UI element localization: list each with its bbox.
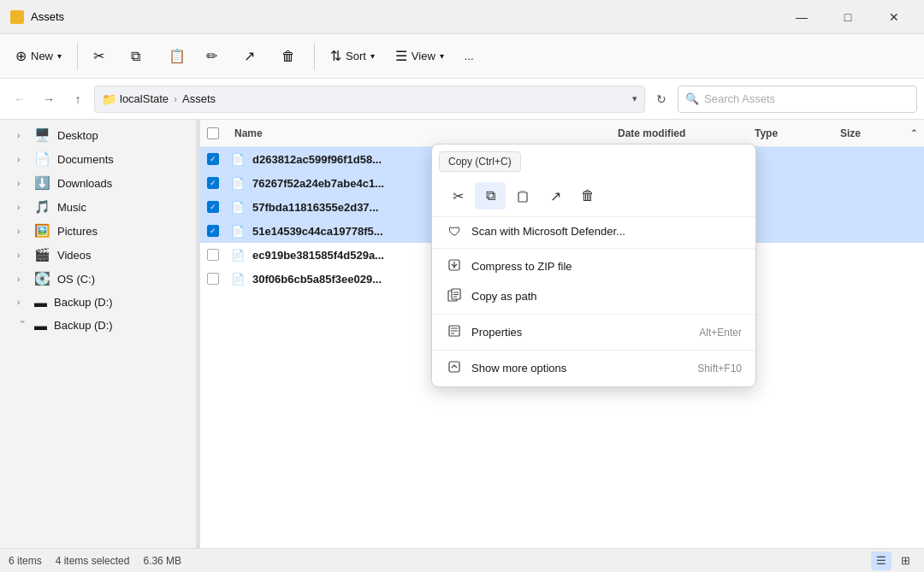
ctx-separator-2 — [432, 314, 755, 315]
ctx-paste-button[interactable] — [507, 182, 538, 209]
downloads-icon: ⬇️ — [34, 175, 50, 191]
sidebar-item-pictures[interactable]: › 🖼️ Pictures — [0, 219, 196, 243]
forward-button[interactable]: → — [36, 86, 62, 112]
sidebar-label-backup-d1: Backup (D:) — [54, 296, 113, 309]
view-button[interactable]: ☰ View ▾ — [387, 43, 453, 69]
sort-dropdown-icon: ▾ — [370, 51, 375, 61]
new-button[interactable]: ⊕ New ▾ — [7, 43, 70, 69]
view-label: View — [412, 50, 435, 62]
share-button[interactable]: ↗ — [235, 43, 270, 69]
sidebar-label-backup-d2: Backup (D:) — [54, 319, 113, 332]
status-bar: 6 items 4 items selected 6.36 MB ☰ ⊞ — [0, 548, 924, 572]
file-checkbox-6[interactable] — [207, 273, 231, 285]
sidebar-label-downloads: Downloads — [57, 177, 112, 190]
paste-button[interactable]: 📋 — [160, 43, 194, 69]
toolbar: ⊕ New ▾ ✂ ⧉ 📋 ✏ ↗ 🗑 ⇅ Sort ▾ ☰ View ▾ ..… — [0, 34, 924, 79]
copy-button[interactable]: ⧉ — [122, 44, 157, 69]
copy-tooltip: Copy (Ctrl+C) — [439, 151, 521, 172]
ctx-item-copy-path[interactable]: Copy as path — [432, 281, 755, 311]
sidebar-item-desktop[interactable]: › 🖥️ Desktop — [0, 123, 196, 147]
view-details-button[interactable]: ☰ — [871, 551, 891, 570]
delete-icon: 🗑 — [281, 49, 295, 64]
header-date-modified[interactable]: Date modified — [618, 127, 755, 139]
sidebar-item-os-c[interactable]: › 💽 OS (C:) — [0, 267, 196, 291]
sidebar-item-backup-d2[interactable]: › ▬ Backup (D:) — [0, 314, 196, 337]
documents-icon: 📄 — [34, 151, 50, 167]
copy-path-icon — [446, 288, 463, 304]
backup-d2-icon: ▬ — [34, 318, 47, 333]
file-checkbox-5[interactable] — [207, 249, 231, 261]
ctx-share-button[interactable]: ↗ — [540, 182, 571, 209]
sidebar: › 🖥️ Desktop › 📄 Documents › ⬇️ Download… — [0, 120, 197, 548]
ctx-cut-button[interactable]: ✂ — [442, 182, 473, 209]
sidebar-item-music[interactable]: › 🎵 Music — [0, 195, 196, 219]
ctx-delete-button[interactable]: 🗑 — [572, 182, 603, 209]
sidebar-item-backup-d1[interactable]: › ▬ Backup (D:) — [0, 291, 196, 314]
window-title: Assets — [31, 10, 64, 23]
sidebar-item-downloads[interactable]: › ⬇️ Downloads — [0, 171, 196, 195]
ctx-properties-label: Properties — [471, 326, 690, 339]
header-type-label: Type — [755, 127, 778, 139]
rename-button[interactable]: ✏ — [198, 43, 232, 69]
search-icon: 🔍 — [685, 92, 699, 105]
ctx-item-properties[interactable]: Properties Alt+Enter — [432, 317, 755, 347]
refresh-button[interactable]: ↻ — [649, 86, 674, 112]
search-box[interactable]: 🔍 Search Assets — [678, 86, 917, 113]
back-button[interactable]: ← — [7, 86, 33, 112]
file-doc-icon: 📄 — [231, 153, 245, 166]
pictures-icon: 🖼️ — [34, 223, 50, 239]
file-area: Name Date modified Type Size ⌃ ✓ 📄 d2638… — [200, 120, 924, 548]
delete-button[interactable]: 🗑 — [273, 44, 307, 69]
videos-icon: 🎬 — [34, 247, 50, 262]
size-collapse-icon: ⌃ — [910, 128, 917, 138]
path-separator: › — [174, 93, 177, 105]
chevron-right-icon: › — [17, 203, 27, 212]
sidebar-label-os-c: OS (C:) — [57, 273, 95, 286]
file-doc-icon: 📄 — [231, 177, 245, 190]
address-path[interactable]: 📁 localState › Assets ▾ — [94, 86, 645, 113]
total-items-label: 6 items — [9, 555, 42, 567]
more-options-icon — [446, 360, 463, 376]
header-type[interactable]: Type — [755, 127, 840, 139]
status-left: 6 items 4 items selected 6.36 MB — [9, 555, 181, 567]
file-checkbox-2[interactable]: ✓ — [207, 177, 231, 189]
ctx-item-more-options[interactable]: Show more options Shift+F10 — [432, 353, 755, 383]
file-checkbox-3[interactable]: ✓ — [207, 201, 231, 213]
chevron-right-icon: › — [17, 179, 27, 188]
ctx-item-scan[interactable]: 🛡 Scan with Microsoft Defender... — [432, 217, 755, 245]
file-doc-icon: 📄 — [231, 273, 245, 286]
ctx-item-compress[interactable]: Compress to ZIP file — [432, 251, 755, 281]
file-checkbox-1[interactable]: ✓ — [207, 153, 231, 165]
ctx-scan-label: Scan with Microsoft Defender... — [471, 225, 742, 238]
minimize-button[interactable]: — — [782, 3, 821, 31]
header-name[interactable]: Name — [231, 127, 618, 139]
cut-button[interactable]: ✂ — [85, 43, 119, 69]
file-doc-icon: 📄 — [231, 225, 245, 238]
ctx-copy-button[interactable]: ⧉ — [475, 182, 506, 209]
maximize-button[interactable]: □ — [828, 3, 868, 31]
path-current: Assets — [182, 92, 216, 105]
sort-button[interactable]: ⇅ Sort ▾ — [322, 43, 383, 69]
up-button[interactable]: ↑ — [65, 86, 91, 112]
ctx-separator-3 — [432, 350, 755, 351]
header-checkbox[interactable] — [207, 127, 231, 139]
more-button[interactable]: ... — [456, 44, 490, 68]
desktop-icon: 🖥️ — [34, 127, 50, 143]
new-dropdown-icon: ▾ — [57, 51, 62, 61]
close-button[interactable]: ✕ — [874, 3, 914, 31]
svg-rect-15 — [449, 362, 459, 372]
sidebar-item-videos[interactable]: › 🎬 Videos — [0, 243, 196, 267]
chevron-right-icon: › — [17, 274, 27, 284]
view-tiles-button[interactable]: ⊞ — [895, 551, 915, 570]
view-icon: ☰ — [395, 48, 407, 64]
sidebar-item-documents[interactable]: › 📄 Documents — [0, 147, 196, 171]
chevron-right-icon: › — [17, 251, 27, 260]
title-bar: Assets — □ ✕ — [0, 0, 924, 34]
header-size[interactable]: Size ⌃ — [840, 127, 917, 139]
ctx-properties-shortcut: Alt+Enter — [699, 327, 742, 339]
toolbar-separator-2 — [314, 43, 315, 70]
path-dropdown-icon[interactable]: ▾ — [632, 93, 637, 104]
rename-icon: ✏ — [206, 48, 217, 64]
file-checkbox-4[interactable]: ✓ — [207, 225, 231, 237]
view-dropdown-icon: ▾ — [440, 51, 444, 61]
